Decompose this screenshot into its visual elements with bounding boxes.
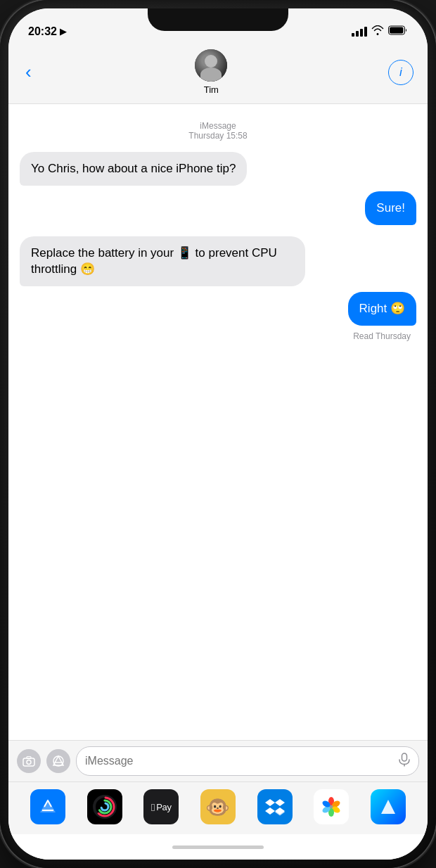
avatar [195, 49, 227, 82]
dock-activity[interactable] [87, 789, 122, 824]
appstore-button[interactable] [46, 749, 70, 773]
status-time: 20:32 ▶ [28, 25, 66, 38]
read-time: Thursday [376, 331, 411, 341]
dock-app-store[interactable] [30, 789, 65, 824]
svg-rect-7 [402, 753, 407, 761]
app-dock:  Pay 🐵 [8, 781, 428, 834]
dock-apple-pay[interactable]:  Pay [143, 789, 179, 824]
contact-info[interactable]: Tim [195, 49, 227, 95]
notch [148, 8, 288, 31]
svg-marker-26 [381, 800, 395, 814]
dock-photos[interactable] [314, 789, 349, 824]
contact-name: Tim [204, 84, 219, 95]
dock-monkey[interactable]: 🐵 [200, 789, 236, 824]
time-separator: iMessage Thursday 15:58 [20, 121, 416, 141]
signal-icon [352, 27, 367, 37]
message-row: Replace the battery in your 📱 to prevent… [20, 236, 416, 287]
svg-point-13 [101, 803, 108, 810]
nav-header: ‹ Tim i [8, 42, 428, 104]
camera-button[interactable] [17, 749, 41, 773]
svg-rect-4 [27, 757, 31, 759]
mic-button[interactable] [399, 753, 410, 770]
svg-marker-16 [265, 808, 275, 815]
svg-marker-18 [275, 809, 285, 816]
dock-last-app[interactable] [371, 789, 406, 824]
svg-rect-1 [390, 27, 404, 34]
message-row: Yo Chris, how about a nice iPhone tip? [20, 152, 416, 186]
service-label: iMessage [20, 121, 416, 131]
battery-icon [388, 25, 408, 38]
message-text: Replace the battery in your 📱 to prevent… [31, 246, 277, 276]
message-row: Sure! [20, 191, 416, 225]
wifi-icon [371, 25, 384, 38]
message-row: Right 🙄 [20, 292, 416, 326]
info-button[interactable]: i [388, 60, 413, 85]
message-bubble-left[interactable]: Yo Chris, how about a nice iPhone tip? [20, 152, 247, 186]
svg-rect-2 [23, 758, 34, 766]
svg-marker-15 [275, 799, 285, 806]
message-bubble-right[interactable]: Sure! [365, 191, 416, 225]
read-label: Read [353, 331, 373, 341]
avatar-image [195, 49, 227, 82]
apple-pay-label:  Pay [151, 801, 172, 813]
status-icons [352, 25, 408, 38]
home-indicator [8, 834, 428, 860]
back-chevron: ‹ [25, 61, 32, 82]
message-text: Right 🙄 [359, 302, 405, 315]
screen-content: 20:32 ▶ [8, 8, 428, 860]
dock-dropbox[interactable] [257, 789, 293, 824]
time-display: 20:32 [28, 25, 57, 38]
phone-frame: 20:32 ▶ [0, 0, 436, 868]
info-icon: i [399, 65, 402, 79]
message-input[interactable] [85, 755, 393, 767]
back-button[interactable]: ‹ [23, 58, 34, 86]
message-input-wrap[interactable] [76, 746, 419, 776]
input-bar [8, 740, 428, 781]
messages-area: iMessage Thursday 15:58 Yo Chris, how ab… [8, 104, 428, 740]
message-text: Sure! [376, 201, 405, 215]
read-receipt: Read Thursday [20, 331, 416, 341]
message-text: Yo Chris, how about a nice iPhone tip? [31, 162, 236, 175]
home-bar [172, 845, 264, 849]
phone-screen: 20:32 ▶ [8, 8, 428, 860]
message-bubble-right[interactable]: Right 🙄 [348, 292, 416, 326]
day-label: Thursday 15:58 [20, 131, 416, 141]
location-icon: ▶ [60, 27, 66, 37]
message-bubble-left[interactable]: Replace the battery in your 📱 to prevent… [20, 236, 305, 287]
svg-point-5 [53, 756, 63, 766]
svg-marker-14 [265, 799, 275, 806]
svg-point-3 [27, 760, 31, 765]
